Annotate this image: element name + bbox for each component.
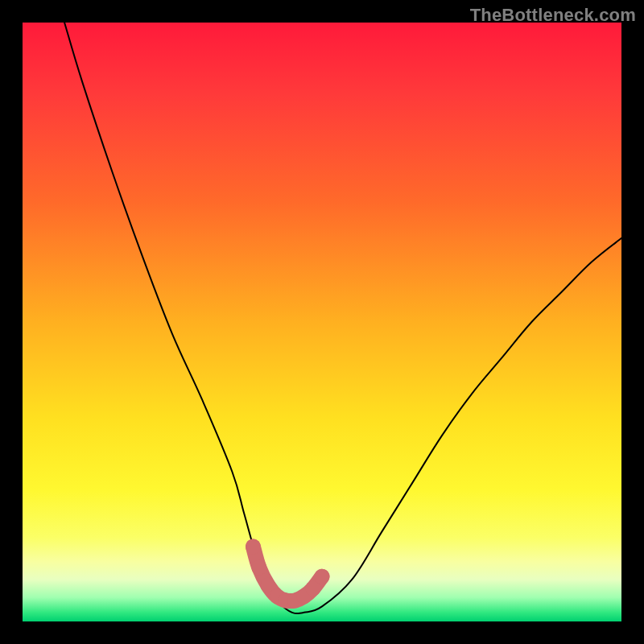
optimal-region-dot: [315, 569, 330, 584]
watermark-text: TheBottleneck.com: [470, 5, 636, 26]
bottleneck-chart: [0, 0, 644, 644]
chart-stage: TheBottleneck.com: [0, 0, 644, 644]
optimal-region-dot: [246, 539, 261, 555]
optimal-region-dot: [251, 560, 266, 576]
